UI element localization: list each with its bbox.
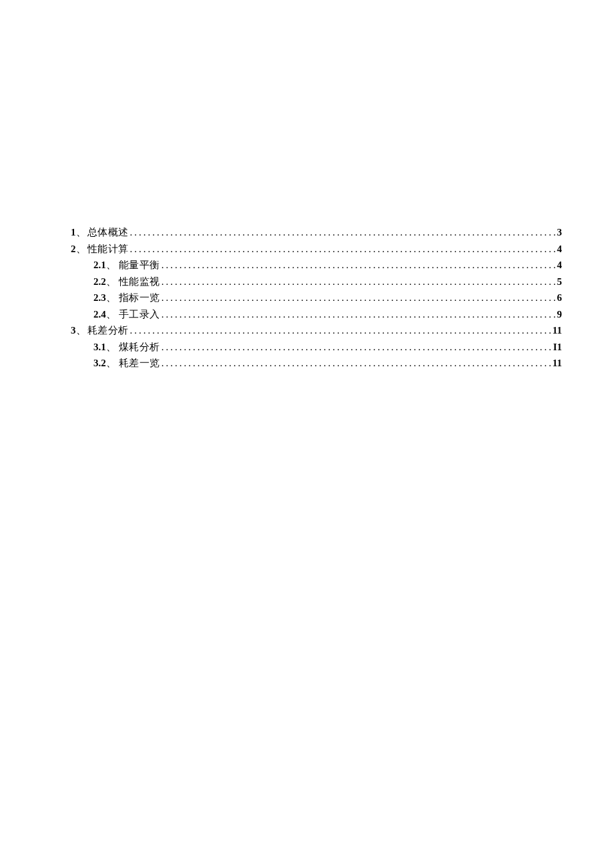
toc-title: 性能监视 bbox=[119, 274, 160, 290]
toc-leader bbox=[130, 241, 556, 258]
toc-separator: 、 bbox=[106, 339, 116, 356]
toc-number: 2.3 bbox=[93, 290, 106, 306]
toc-page: 11 bbox=[553, 322, 562, 339]
toc-title: 手工录入 bbox=[119, 306, 160, 323]
toc-entry-level1: 3、耗差分析11 bbox=[71, 322, 562, 339]
toc-page: 11 bbox=[553, 355, 562, 372]
toc-number: 2.4 bbox=[93, 306, 106, 323]
toc-separator: 、 bbox=[106, 274, 116, 290]
toc-leader bbox=[162, 257, 556, 274]
toc-number: 3 bbox=[71, 322, 76, 339]
toc-title: 煤耗分析 bbox=[119, 339, 160, 356]
toc-page: 6 bbox=[557, 290, 563, 306]
toc-number: 3.1 bbox=[93, 339, 106, 356]
toc-leader bbox=[162, 339, 552, 356]
toc-page: 5 bbox=[557, 274, 563, 290]
toc-number: 3.2 bbox=[93, 355, 106, 372]
toc-page: 3 bbox=[557, 224, 563, 241]
toc-separator: 、 bbox=[106, 257, 116, 274]
toc-separator: 、 bbox=[76, 322, 86, 339]
toc-page: 4 bbox=[557, 241, 563, 258]
toc-leader bbox=[162, 290, 556, 306]
toc-title: 指标一览 bbox=[119, 290, 160, 306]
table-of-contents: 1、总体概述3 2、性能计算4 2.1、能量平衡4 2.2、性能监视5 2.3、… bbox=[71, 224, 562, 372]
toc-entry-level2: 3.1、煤耗分析I1 bbox=[71, 339, 562, 356]
toc-title: 总体概述 bbox=[87, 224, 129, 241]
toc-entry-level1: 2、性能计算4 bbox=[71, 241, 562, 258]
toc-leader bbox=[130, 224, 556, 241]
toc-page: 4 bbox=[557, 257, 563, 274]
toc-leader bbox=[162, 306, 556, 323]
toc-leader bbox=[162, 274, 556, 290]
toc-number: 2 bbox=[71, 241, 76, 258]
toc-entry-level1: 1、总体概述3 bbox=[71, 224, 562, 241]
toc-leader bbox=[162, 355, 551, 372]
toc-number: 1 bbox=[71, 224, 76, 241]
toc-separator: 、 bbox=[76, 241, 86, 258]
toc-entry-level2: 2.3、指标一览6 bbox=[71, 290, 562, 306]
toc-page: I1 bbox=[553, 339, 562, 356]
toc-entry-level2: 2.1、能量平衡4 bbox=[71, 257, 562, 274]
toc-separator: 、 bbox=[106, 290, 116, 306]
toc-leader bbox=[130, 322, 551, 339]
toc-number: 2.2 bbox=[93, 274, 106, 290]
toc-entry-level2: 3.2、耗差一览11 bbox=[71, 355, 562, 372]
toc-title: 耗差一览 bbox=[119, 355, 160, 372]
toc-title: 性能计算 bbox=[87, 241, 129, 258]
toc-separator: 、 bbox=[106, 306, 116, 323]
toc-entry-level2: 2.4、手工录入9 bbox=[71, 306, 562, 323]
toc-number: 2.1 bbox=[93, 257, 106, 274]
toc-separator: 、 bbox=[76, 224, 86, 241]
toc-title: 耗差分析 bbox=[87, 322, 129, 339]
toc-title: 能量平衡 bbox=[119, 257, 160, 274]
toc-entry-level2: 2.2、性能监视5 bbox=[71, 274, 562, 290]
toc-page: 9 bbox=[557, 306, 563, 323]
toc-separator: 、 bbox=[106, 355, 116, 372]
